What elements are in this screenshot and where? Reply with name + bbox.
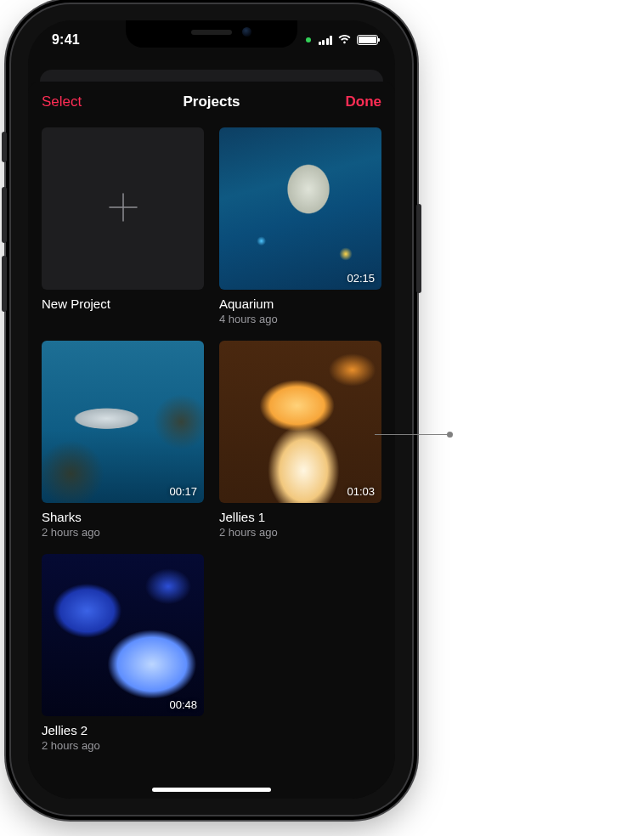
screen: 9:41 Select Projects Done [28, 20, 395, 799]
project-time: 2 hours ago [219, 526, 381, 539]
speaker-grille [191, 30, 232, 35]
home-indicator[interactable] [152, 788, 271, 792]
project-time: 2 hours ago [42, 526, 204, 539]
project-tile[interactable]: 01:03 Jellies 1 2 hours ago [219, 341, 381, 539]
plus-icon [105, 189, 142, 229]
project-duration: 00:48 [169, 698, 197, 711]
page-title: Projects [183, 93, 240, 110]
wifi-icon [337, 32, 352, 48]
project-name: Jellies 1 [219, 510, 381, 524]
project-time: 2 hours ago [42, 739, 204, 752]
project-thumb[interactable]: 01:03 [219, 341, 381, 503]
battery-icon [357, 35, 378, 45]
project-duration: 02:15 [347, 272, 375, 285]
device-frame: 9:41 Select Projects Done [11, 4, 412, 815]
done-button[interactable]: Done [314, 93, 381, 110]
project-tile[interactable]: 02:15 Aquarium 4 hours ago [219, 127, 381, 325]
power-button [416, 204, 421, 293]
volume-up-button [2, 187, 7, 243]
project-name: Aquarium [219, 297, 381, 311]
project-thumb[interactable]: 00:17 [42, 341, 204, 503]
new-project-tile[interactable]: New Project [42, 127, 204, 325]
projects-grid: New Project 02:15 Aquarium 4 hours ago 0… [28, 122, 395, 752]
project-thumb[interactable]: 00:48 [42, 554, 204, 716]
status-time: 9:41 [52, 32, 80, 48]
project-tile[interactable]: 00:48 Jellies 2 2 hours ago [42, 554, 204, 752]
notch [126, 20, 297, 48]
select-button[interactable]: Select [42, 93, 110, 110]
project-duration: 00:17 [169, 485, 197, 498]
project-time: 4 hours ago [219, 313, 381, 325]
camera-in-use-indicator-icon [306, 37, 311, 42]
mute-switch [2, 132, 7, 162]
new-project-thumb[interactable] [42, 127, 204, 290]
project-tile[interactable]: 00:17 Sharks 2 hours ago [42, 341, 204, 539]
cellular-signal-icon [319, 35, 333, 45]
project-name: Jellies 2 [42, 723, 204, 737]
project-name: Sharks [42, 510, 204, 524]
project-thumb[interactable]: 02:15 [219, 127, 381, 290]
projects-sheet: Select Projects Done New Project [28, 82, 395, 799]
front-camera [242, 27, 251, 37]
nav-bar: Select Projects Done [28, 82, 395, 122]
volume-down-button [2, 256, 7, 312]
callout-leader [375, 434, 449, 435]
new-project-label: New Project [42, 297, 204, 311]
project-duration: 01:03 [347, 485, 375, 498]
